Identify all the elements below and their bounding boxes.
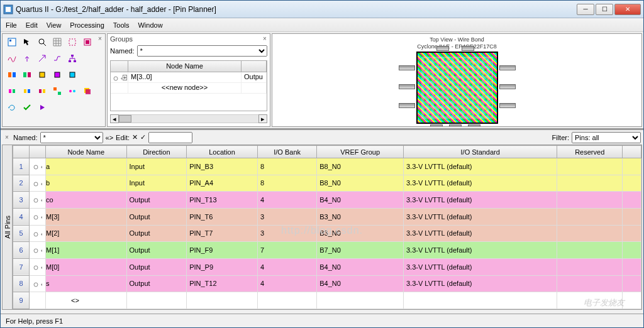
tool-path-icon[interactable]: [52, 53, 63, 64]
menu-edit[interactable]: Edit: [26, 21, 38, 29]
cell-location[interactable]: PIN_T13: [187, 192, 258, 209]
cell-vref-group[interactable]: B3_N0: [317, 208, 404, 225]
table-row[interactable]: 1aInputPIN_B38B8_N03.3-V LVTTL (default): [13, 158, 641, 175]
cell-direction[interactable]: Output: [126, 192, 187, 209]
cell-vref-group[interactable]: B7_N0: [317, 242, 404, 259]
cell-extra[interactable]: [623, 225, 641, 242]
row-number[interactable]: 4: [13, 208, 30, 225]
cell-node-name[interactable]: M[3]: [46, 208, 127, 225]
tool-mixed-icon[interactable]: [52, 85, 63, 97]
cell-node-name[interactable]: b: [46, 175, 127, 192]
tool-report-icon[interactable]: [6, 36, 18, 48]
table-row[interactable]: 7M[0]OutputPIN_P94B4_N03.3-V LVTTL (defa…: [13, 258, 641, 275]
cell-io-standard[interactable]: 3.3-V LVTTL (default): [403, 242, 557, 259]
row-icon[interactable]: [30, 242, 46, 259]
cell-io-standard[interactable]: 3.3-V LVTTL (default): [403, 275, 557, 292]
table-row[interactable]: 4M[3]OutputPIN_T63B3_N03.3-V LVTTL (defa…: [13, 208, 641, 225]
nav-back-icon[interactable]: «>: [106, 134, 114, 141]
cell-reserved[interactable]: [557, 225, 623, 242]
cell-reserved[interactable]: [557, 208, 623, 225]
pin-col-0[interactable]: [13, 146, 30, 158]
cell-io-standard[interactable]: 3.3-V LVTTL (default): [403, 208, 557, 225]
cell-io-bank[interactable]: 8: [257, 175, 316, 192]
cell-vref-group[interactable]: B4_N0: [317, 258, 404, 275]
row-icon[interactable]: [30, 275, 46, 292]
cell-extra[interactable]: [623, 208, 641, 225]
pin-col-8[interactable]: Reserved: [557, 146, 623, 158]
cell-location[interactable]: PIN_T6: [187, 208, 258, 225]
row-number[interactable]: 2: [13, 175, 30, 192]
tool-arrow-up-icon[interactable]: [21, 53, 33, 64]
row-number[interactable]: 5: [13, 225, 30, 242]
cell-io-standard[interactable]: 3.3-V LVTTL (default): [403, 158, 557, 175]
cell-reserved[interactable]: [557, 192, 623, 209]
cell-node-name[interactable]: <>: [46, 292, 127, 309]
tool-pointer-icon[interactable]: [21, 36, 33, 48]
menu-view[interactable]: View: [47, 21, 62, 29]
cell-direction[interactable]: Output: [126, 275, 187, 292]
row-icon[interactable]: [30, 192, 46, 209]
filter-select[interactable]: Pins: all: [572, 132, 641, 143]
cell-reserved[interactable]: [557, 158, 623, 175]
cell-io-bank[interactable]: 7: [257, 242, 316, 259]
cell-node-name[interactable]: s: [46, 275, 127, 292]
cell-node-name[interactable]: M[1]: [46, 242, 127, 259]
cell-vref-group[interactable]: B8_N0: [317, 158, 404, 175]
menu-file[interactable]: File: [6, 21, 17, 29]
cell-reserved[interactable]: [557, 175, 623, 192]
table-row[interactable]: 5M[2]OutputPIN_T73B3_N03.3-V LVTTL (defa…: [13, 225, 641, 242]
groups-hscroll[interactable]: ◂ ▸: [110, 114, 267, 124]
pin-col-9[interactable]: [623, 146, 641, 158]
pin-col-4[interactable]: Location: [187, 146, 258, 158]
cell-direction[interactable]: Output: [126, 225, 187, 242]
cell-reserved[interactable]: [557, 292, 623, 309]
cell-io-standard[interactable]: [403, 292, 557, 309]
minimize-button[interactable]: ─: [577, 4, 594, 15]
groups-col-type[interactable]: [242, 61, 267, 72]
tool-grid-icon[interactable]: [52, 36, 63, 48]
cell-extra[interactable]: [623, 175, 641, 192]
cell-io-standard[interactable]: 3.3-V LVTTL (default): [403, 175, 557, 192]
table-row[interactable]: 9<>: [13, 292, 641, 309]
cell-reserved[interactable]: [557, 258, 623, 275]
chip-view[interactable]: Top View - Wire Bond Cyclone IV E - EP4C…: [272, 33, 642, 127]
cell-vref-group[interactable]: B4_N0: [317, 275, 404, 292]
groups-row[interactable]: + M[3..0] Outpu: [111, 72, 267, 83]
edit-input[interactable]: [148, 132, 192, 143]
cell-location[interactable]: [187, 292, 258, 309]
tool-select-rect-icon[interactable]: [67, 36, 78, 48]
expand-icon[interactable]: +: [123, 75, 127, 80]
tool-block2-icon[interactable]: [21, 85, 33, 97]
cell-io-standard[interactable]: 3.3-V LVTTL (default): [403, 192, 557, 209]
tool-chip2-icon[interactable]: [52, 69, 63, 80]
tool-check-icon[interactable]: [21, 102, 33, 113]
tool-block3-icon[interactable]: [36, 85, 48, 97]
cell-direction[interactable]: Input: [126, 175, 187, 192]
row-number[interactable]: 1: [13, 158, 30, 175]
tool-hierarchy-icon[interactable]: [67, 53, 78, 64]
tool-ports-icon[interactable]: [67, 85, 78, 97]
tool-pattern2-icon[interactable]: [21, 69, 33, 80]
cell-vref-group[interactable]: B4_N0: [317, 192, 404, 209]
cell-io-bank[interactable]: 3: [257, 225, 316, 242]
cell-location[interactable]: PIN_B3: [187, 158, 258, 175]
tool-layers-icon[interactable]: [82, 85, 93, 97]
row-icon[interactable]: [30, 158, 46, 175]
menu-tools[interactable]: Tools: [113, 21, 130, 29]
edit-apply-icon[interactable]: ✓: [140, 133, 146, 141]
maximize-button[interactable]: ☐: [596, 4, 613, 15]
cell-extra[interactable]: [623, 292, 641, 309]
tool-chip3-icon[interactable]: [67, 69, 78, 80]
row-icon[interactable]: [30, 258, 46, 275]
tool-arrow-diag-icon[interactable]: [36, 53, 48, 64]
cell-node-name[interactable]: M[2]: [46, 225, 127, 242]
cell-extra[interactable]: [623, 242, 641, 259]
cell-direction[interactable]: Output: [126, 242, 187, 259]
chip-package-icon[interactable]: [416, 52, 498, 124]
tool-select-region-icon[interactable]: [82, 36, 93, 48]
cell-location[interactable]: PIN_F9: [187, 242, 258, 259]
cell-vref-group[interactable]: [317, 292, 404, 309]
panel-close-icon[interactable]: ×: [96, 35, 104, 43]
cell-io-bank[interactable]: [257, 292, 316, 309]
table-row[interactable]: 3coOutputPIN_T134B4_N03.3-V LVTTL (defau…: [13, 192, 641, 209]
